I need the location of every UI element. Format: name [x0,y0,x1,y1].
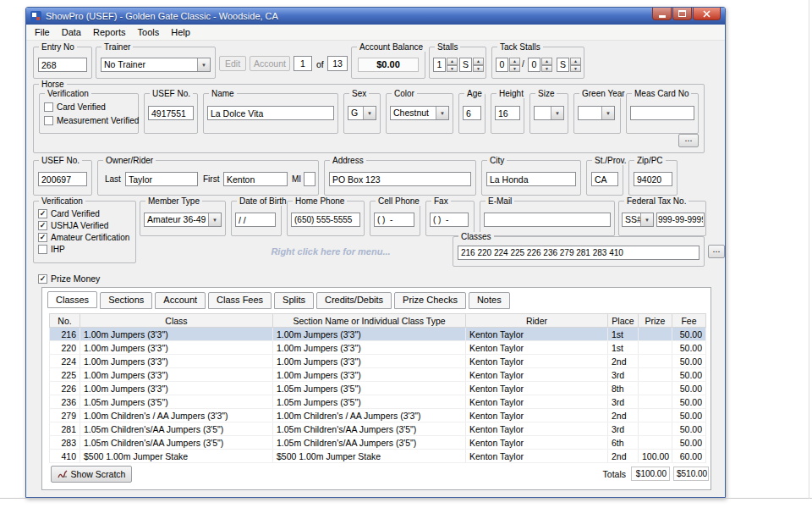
rider-usef-field[interactable] [38,172,87,186]
spin-up-icon[interactable]: ▲ [509,58,520,65]
tab-notes[interactable]: Notes [469,292,510,309]
first-name-field[interactable] [223,172,288,186]
meas-card-field[interactable] [630,106,694,120]
entry-no-field[interactable] [38,58,87,72]
checkbox-box[interactable]: ✓ [38,209,47,218]
class-row[interactable]: 226 1.00m Jumpers (3'3") 1.05m Jumpers (… [50,382,706,395]
class-row[interactable]: 220 1.00m Jumpers (3'3") 1.00m Jumpers (… [50,341,706,355]
checkbox-box[interactable]: ✓ [38,233,47,242]
show-scratch-button[interactable]: Show Scratch [51,466,132,483]
rider-card-verified-checkbox[interactable]: ✓ Card Verified [38,209,100,218]
ihp-checkbox[interactable]: IHP [38,245,65,254]
age-field[interactable] [463,106,481,120]
dropdown-arrow-icon[interactable]: ▼ [601,107,614,119]
trainer-select[interactable]: No Trainer ▼ [101,58,211,72]
home-phone-field[interactable] [291,213,360,227]
card-verified-checkbox[interactable]: Card Verified [44,102,106,112]
fax-field[interactable] [430,213,469,227]
prize-money-checkbox[interactable]: ✓ Prize Money [38,273,100,284]
class-row[interactable]: 216 1.00m Jumpers (3'3") 1.00m Jumpers (… [50,328,706,341]
account-button[interactable]: Account [250,56,290,71]
checkbox-box[interactable]: ✓ [38,274,47,284]
city-field[interactable] [486,172,576,186]
tab-splits[interactable]: Splits [274,292,314,309]
tax-id-type-select[interactable]: SS# ▼ [622,213,654,227]
checkbox-box[interactable] [44,102,53,112]
tab-class-fees[interactable]: Class Fees [208,292,272,309]
menu-reports[interactable]: Reports [87,25,132,39]
spin-up-icon[interactable]: ▲ [473,58,484,65]
tax-id-field[interactable] [656,213,705,227]
menu-tools[interactable]: Tools [132,25,166,39]
tab-prize-checks[interactable]: Prize Checks [394,292,466,309]
tab-sections[interactable]: Sections [100,292,152,309]
class-row[interactable]: 410 $500 1.00m Jumper Stake $500 1.00m J… [50,450,706,463]
header-no[interactable]: No. [50,314,80,328]
dropdown-arrow-icon[interactable]: ▼ [363,107,376,119]
classes-field[interactable] [458,246,700,260]
tab-account[interactable]: Account [155,292,206,309]
amateur-certification-checkbox[interactable]: ✓ Amateur Certification [38,233,129,242]
horse-usef-field[interactable] [148,106,194,120]
stalls-type-spinner[interactable]: S ▲▼ [459,58,484,72]
header-fee[interactable]: Fee [672,314,706,328]
tack-count1-spinner[interactable]: 0 ▲▼ [496,58,520,72]
class-row[interactable]: 281 1.05m Children's/AA Jumpers (3'5") 1… [50,422,706,436]
measurement-verified-checkbox[interactable]: Measurement Verified [44,116,139,125]
maximize-button[interactable] [672,8,692,20]
height-field[interactable] [495,106,520,120]
horse-more-button[interactable]: ... [678,134,699,147]
tack-type-spinner[interactable]: S ▲▼ [557,58,581,72]
title-bar[interactable]: ShowPro (USEF) - Golden Gate Classic - W… [26,8,725,25]
last-name-field[interactable] [125,172,198,186]
tab-classes[interactable]: Classes [47,291,97,308]
member-type-select[interactable]: Amateur 36-49 ▼ [144,213,222,227]
class-row[interactable]: 236 1.05m Jumpers (3'5") 1.05m Jumpers (… [50,395,706,409]
dropdown-arrow-icon[interactable]: ▼ [208,213,221,226]
dob-field[interactable] [235,213,276,227]
spin-up-icon[interactable]: ▲ [541,58,552,65]
spin-down-icon[interactable]: ▼ [447,65,458,73]
green-year-select[interactable]: ▼ [578,106,615,120]
menu-file[interactable]: File [29,25,56,39]
zip-field[interactable] [634,172,672,186]
edit-button[interactable]: Edit [219,56,246,71]
tab-credits-debits[interactable]: Credits/Debits [316,292,392,309]
header-section[interactable]: Section Name or Individual Class Type [273,314,466,328]
spin-down-icon[interactable]: ▼ [570,65,581,73]
spin-down-icon[interactable]: ▼ [541,65,552,73]
header-prize[interactable]: Prize [639,314,672,328]
header-class[interactable]: Class [80,314,273,328]
checkbox-box[interactable] [44,116,53,125]
stalls-count-spinner[interactable]: 1 ▲▼ [433,58,458,72]
ushja-verified-checkbox[interactable]: ✓ USHJA Verified [38,221,108,230]
header-rider[interactable]: Rider [466,314,608,328]
cell-phone-field[interactable] [374,213,414,227]
dropdown-arrow-icon[interactable]: ▼ [640,213,653,226]
checkbox-box[interactable] [38,245,47,254]
class-row[interactable]: 279 1.00m Children's / AA Jumpers (3'3")… [50,409,706,422]
class-row[interactable]: 224 1.00m Jumpers (3'3") 1.00m Jumpers (… [50,355,706,368]
dropdown-arrow-icon[interactable]: ▼ [551,107,563,119]
dropdown-arrow-icon[interactable]: ▼ [436,107,448,119]
minimize-button[interactable] [652,8,672,20]
class-row[interactable]: 225 1.00m Jumpers (3'3") 1.00m Jumpers (… [50,368,706,382]
sex-select[interactable]: G ▼ [348,106,376,120]
mi-field[interactable] [304,172,315,186]
spin-down-icon[interactable]: ▼ [473,65,484,73]
class-row[interactable]: 283 1.05m Children's/AA Jumpers (3'5") 1… [50,436,706,450]
size-select[interactable]: ▼ [534,106,564,120]
spin-down-icon[interactable]: ▼ [509,65,520,73]
close-button[interactable] [693,8,721,20]
spin-up-icon[interactable]: ▲ [447,58,458,65]
classes-more-button[interactable]: ... [708,245,725,258]
dropdown-arrow-icon[interactable]: ▼ [197,58,210,71]
color-select[interactable]: Chestnut ▼ [390,106,449,120]
email-field[interactable] [484,213,611,227]
spin-up-icon[interactable]: ▲ [570,58,581,65]
checkbox-box[interactable]: ✓ [38,221,47,230]
menu-help[interactable]: Help [165,25,196,39]
header-place[interactable]: Place [608,314,639,328]
menu-data[interactable]: Data [56,25,87,39]
state-field[interactable] [591,172,618,186]
